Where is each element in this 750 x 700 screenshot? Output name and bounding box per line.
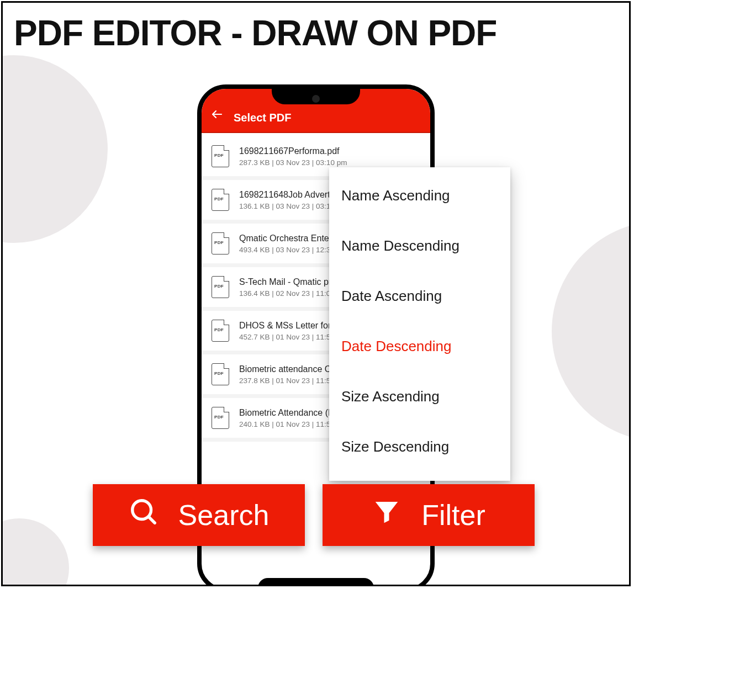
pdf-icon-label: PDF bbox=[214, 197, 224, 201]
pdf-file-icon: PDF bbox=[212, 276, 229, 298]
filter-button-label: Filter bbox=[421, 499, 485, 532]
pdf-icon-label: PDF bbox=[214, 371, 224, 376]
search-icon bbox=[129, 497, 159, 533]
promo-frame: PDF EDITOR - DRAW ON PDF Select PDF PDF1… bbox=[1, 1, 631, 586]
phone-notch bbox=[272, 88, 360, 104]
pdf-file-icon: PDF bbox=[212, 189, 229, 211]
decorative-circle bbox=[1, 518, 69, 586]
filter-option[interactable]: Date Descending bbox=[329, 321, 510, 372]
svg-line-2 bbox=[149, 517, 155, 523]
pdf-icon-label: PDF bbox=[214, 240, 224, 245]
action-buttons: Search Filter bbox=[93, 484, 535, 546]
page-title: PDF EDITOR - DRAW ON PDF bbox=[3, 3, 629, 54]
search-button-label: Search bbox=[178, 499, 270, 532]
filter-option[interactable]: Name Descending bbox=[329, 221, 510, 271]
pdf-file-icon: PDF bbox=[212, 363, 229, 385]
filter-icon bbox=[372, 497, 402, 533]
decorative-circle bbox=[1, 55, 108, 243]
pdf-item-info: 1698211667Performa.pdf287.3 KB | 03 Nov … bbox=[239, 146, 420, 167]
filter-option[interactable]: Size Ascending bbox=[329, 372, 510, 422]
search-button[interactable]: Search bbox=[93, 484, 305, 546]
pdf-file-icon: PDF bbox=[212, 407, 229, 429]
filter-option[interactable]: Size Descending bbox=[329, 422, 510, 472]
pdf-item-name: 1698211667Performa.pdf bbox=[239, 146, 420, 156]
pdf-icon-label: PDF bbox=[214, 284, 224, 289]
pdf-icon-label: PDF bbox=[214, 415, 224, 420]
pdf-item-meta: 287.3 KB | 03 Nov 23 | 03:10 pm bbox=[239, 158, 420, 167]
header-title: Select PDF bbox=[234, 112, 291, 124]
filter-menu: Name AscendingName DescendingDate Ascend… bbox=[329, 167, 510, 481]
pdf-file-icon: PDF bbox=[212, 320, 229, 342]
decorative-circle bbox=[552, 221, 631, 442]
phone-chin bbox=[258, 578, 374, 586]
filter-option[interactable]: Date Ascending bbox=[329, 271, 510, 321]
filter-option[interactable]: Name Ascending bbox=[329, 171, 510, 221]
pdf-icon-label: PDF bbox=[214, 153, 224, 158]
pdf-icon-label: PDF bbox=[214, 327, 224, 332]
back-arrow-icon[interactable] bbox=[210, 108, 224, 123]
filter-button[interactable]: Filter bbox=[323, 484, 535, 546]
pdf-file-icon: PDF bbox=[212, 145, 229, 167]
pdf-file-icon: PDF bbox=[212, 232, 229, 254]
